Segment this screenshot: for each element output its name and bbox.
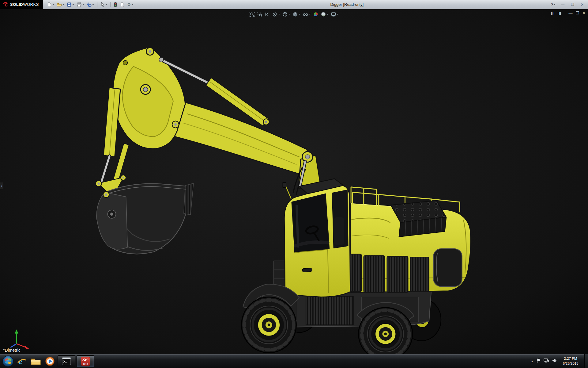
engine-grilles — [340, 254, 429, 292]
previous-view-button[interactable] — [264, 11, 271, 17]
rebuild-button[interactable] — [113, 2, 118, 8]
section-view-icon — [273, 12, 278, 17]
wheel-front — [242, 297, 296, 353]
view-orientation-label: *Dimetric — [3, 348, 21, 353]
file-properties-icon — [120, 2, 125, 7]
select-cursor-icon — [100, 2, 105, 7]
open-button[interactable] — [56, 2, 65, 8]
system-tray: ▴ 2:27 PM 6/26/2015 — [531, 354, 588, 368]
hide-show-items-button[interactable] — [302, 11, 311, 17]
network-status-button[interactable] — [544, 358, 549, 364]
clock-date: 6/26/2015 — [560, 361, 582, 366]
document-window-controls: ◧ ◨ — ❐ ✕ — [551, 11, 586, 15]
solidworks-wordmark: SOLIDWORKS — [10, 2, 39, 7]
model-viewport[interactable] — [0, 9, 588, 354]
help-icon: ? — [551, 2, 553, 7]
view-settings-icon — [331, 12, 336, 17]
save-floppy-icon — [67, 2, 72, 7]
zoom-to-area-button[interactable] — [257, 11, 263, 17]
start-button[interactable] — [1, 355, 15, 368]
help-button[interactable]: ? — [551, 2, 556, 7]
zoom-to-area-icon — [257, 12, 262, 17]
open-folder-icon — [57, 2, 62, 7]
apply-scene-sphere-icon — [321, 12, 326, 17]
select-button[interactable] — [100, 2, 108, 8]
solidworks-logo: SOLIDWORKS — [0, 0, 43, 9]
window-maximize-button[interactable]: ❐ — [570, 2, 575, 7]
taskbar-internet-explorer[interactable]: e — [15, 354, 29, 368]
save-button[interactable] — [66, 2, 75, 8]
doc-minimize-button[interactable]: — — [568, 11, 572, 15]
main-toolbar: ⚙ — [46, 2, 134, 8]
options-gear-icon: ⚙ — [127, 2, 131, 7]
rebuild-stoplight-icon — [114, 2, 117, 7]
volume-speaker-icon — [552, 358, 557, 363]
doc-close-button[interactable]: ✕ — [582, 11, 586, 15]
section-view-button[interactable] — [272, 11, 281, 17]
windows-start-icon — [2, 355, 14, 367]
taskbar-media-player[interactable] — [43, 354, 57, 368]
zoom-to-fit-icon — [250, 12, 255, 17]
window-minimize-button[interactable]: — — [560, 2, 566, 7]
taskbar-solidworks[interactable]: 2015 — [77, 355, 94, 367]
media-player-icon — [45, 356, 55, 366]
doc-restore-button[interactable]: ❐ — [575, 11, 579, 15]
apply-scene-button[interactable] — [320, 11, 329, 17]
action-center-button[interactable] — [536, 358, 541, 364]
zoom-to-fit-button[interactable] — [249, 11, 255, 17]
display-pane-right-icon[interactable]: ◨ — [557, 11, 561, 15]
taskbar-windows-explorer[interactable] — [29, 354, 43, 368]
solidworks-app-icon: 2015 — [81, 357, 90, 366]
dassault-3ds-icon — [2, 2, 9, 8]
hide-show-glasses-icon — [303, 12, 308, 17]
taskbar-clock[interactable]: 2:27 PM 6/26/2015 — [560, 356, 582, 366]
taskbar-command-prompt[interactable] — [58, 355, 75, 367]
graphics-area[interactable]: ◧ ◨ — ❐ ✕ ◂ *Dimetric — [0, 9, 588, 354]
previous-view-icon — [265, 12, 270, 17]
heads-up-view-toolbar — [249, 11, 339, 17]
action-center-flag-icon — [536, 358, 541, 363]
internet-explorer-icon: e — [17, 356, 27, 366]
print-button[interactable] — [76, 2, 85, 8]
options-button[interactable]: ⚙ — [126, 2, 134, 7]
undo-arrow-icon — [87, 2, 92, 7]
document-title: Digger [Read-only] — [330, 2, 364, 7]
view-settings-button[interactable] — [330, 11, 339, 17]
window-close-button[interactable]: ✕ — [579, 2, 585, 7]
new-document-button[interactable] — [46, 2, 55, 8]
show-hidden-icons-button[interactable]: ▴ — [531, 359, 533, 363]
network-icon — [544, 358, 549, 363]
folder-icon — [31, 357, 41, 366]
view-orientation-button[interactable] — [282, 11, 291, 17]
solidworks-version-badge: 2015 — [81, 363, 90, 365]
view-orientation-cube-icon — [283, 12, 288, 17]
print-icon — [77, 2, 82, 7]
show-desktop-button[interactable] — [584, 354, 588, 368]
display-style-button[interactable] — [292, 11, 301, 17]
clock-time: 2:27 PM — [560, 356, 582, 361]
volume-button[interactable] — [552, 358, 557, 364]
edit-appearance-button[interactable] — [313, 11, 319, 17]
panel-expand-arrow[interactable]: ◂ — [0, 182, 3, 189]
windows-taskbar: e 2015 ▴ — [0, 354, 588, 368]
edit-appearance-ball-icon — [313, 12, 318, 17]
wheel-rear — [359, 308, 413, 354]
display-style-icon — [293, 12, 298, 17]
undo-button[interactable] — [86, 2, 95, 8]
app-titlebar: SOLIDWORKS — [0, 0, 588, 9]
new-document-icon — [47, 2, 52, 7]
command-prompt-icon — [62, 357, 71, 365]
file-properties-button[interactable] — [119, 2, 126, 8]
display-pane-left-icon[interactable]: ◧ — [551, 11, 554, 15]
